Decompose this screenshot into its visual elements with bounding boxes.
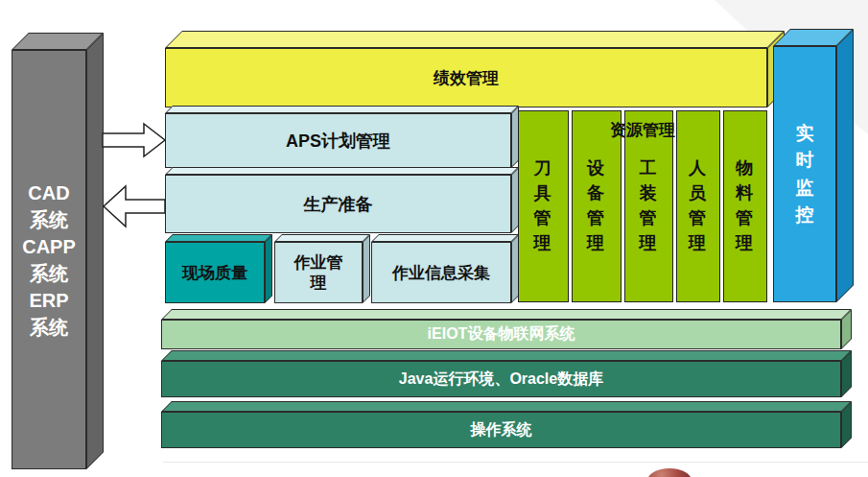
architecture-diagram: CAD 系统 CAPP 系统 ERP 系统 绩效管理 APS计划管理 生产准备 … bbox=[0, 0, 868, 477]
box-front-face: 现场质量 bbox=[165, 242, 265, 303]
box-top-face bbox=[165, 106, 519, 113]
tooling-management-label: 工装管理 bbox=[640, 155, 659, 301]
box-top-face bbox=[165, 31, 785, 48]
decorative-object bbox=[647, 468, 692, 477]
external-systems-box: CAD 系统 CAPP 系统 ERP 系统 bbox=[12, 50, 86, 469]
bottom-divider-line bbox=[163, 462, 868, 463]
box-front-face: 作业信息采集 bbox=[371, 242, 511, 303]
aps-planning-label: APS计划管理 bbox=[286, 130, 390, 153]
iot-system-bar: iEIOT设备物联网系统 bbox=[161, 320, 841, 349]
production-preparation-label: 生产准备 bbox=[304, 193, 373, 216]
box-side-face bbox=[836, 29, 854, 302]
material-management-label: 物料管理 bbox=[736, 155, 755, 301]
runtime-database-bar: Java运行环境、Oracle数据库 bbox=[161, 361, 841, 397]
box-front-face: 操作系统 bbox=[161, 412, 841, 448]
runtime-database-label: Java运行环境、Oracle数据库 bbox=[399, 370, 603, 390]
box-side-face bbox=[363, 234, 370, 303]
box-top-face bbox=[165, 167, 519, 175]
box-front-face: CAD 系统 CAPP 系统 ERP 系统 bbox=[12, 50, 86, 469]
operating-system-label: 操作系统 bbox=[471, 420, 532, 441]
performance-management-box: 绩效管理 bbox=[165, 48, 767, 107]
performance-management-label: 绩效管理 bbox=[434, 67, 499, 89]
aps-planning-box: APS计划管理 bbox=[165, 113, 511, 168]
job-info-collection-box: 作业信息采集 bbox=[371, 242, 511, 303]
box-front-face: 作业管理 bbox=[274, 242, 363, 303]
job-management-label: 作业管理 bbox=[292, 252, 345, 294]
box-front-face: 实时监控 bbox=[773, 46, 836, 302]
job-management-box: 作业管理 bbox=[274, 242, 363, 303]
arrow-left-icon bbox=[104, 186, 165, 227]
box-top-face bbox=[371, 234, 519, 242]
personnel-management-label: 人员管理 bbox=[689, 155, 708, 301]
iot-system-label: iEIOT设备物联网系统 bbox=[428, 324, 575, 345]
tool-management-label: 刀具管理 bbox=[534, 155, 553, 301]
realtime-monitoring-box: 实时监控 bbox=[773, 46, 836, 302]
box-top-face bbox=[161, 401, 852, 412]
site-quality-label: 现场质量 bbox=[182, 262, 247, 284]
resource-management-header: 资源管理 bbox=[518, 119, 767, 141]
box-top-face bbox=[165, 234, 272, 242]
equipment-management-label: 设备管理 bbox=[587, 155, 606, 301]
box-front-face: Java运行环境、Oracle数据库 bbox=[161, 361, 841, 397]
box-front-face: 生产准备 bbox=[165, 175, 511, 233]
box-front-face: APS计划管理 bbox=[165, 113, 511, 168]
realtime-monitoring-label: 实时监控 bbox=[794, 120, 815, 229]
production-preparation-box: 生产准备 bbox=[165, 175, 511, 233]
box-side-face bbox=[265, 234, 272, 303]
box-front-face: iEIOT设备物联网系统 bbox=[161, 320, 841, 349]
site-quality-box: 现场质量 bbox=[165, 242, 265, 303]
box-top-face bbox=[161, 350, 852, 361]
box-front-face: 绩效管理 bbox=[165, 48, 767, 107]
box-top-face bbox=[274, 234, 370, 242]
arrow-right-icon bbox=[103, 124, 165, 156]
box-top-face bbox=[161, 309, 852, 320]
operating-system-bar: 操作系统 bbox=[161, 412, 841, 448]
box-side-face bbox=[86, 33, 104, 469]
external-systems-label: CAD 系统 CAPP 系统 ERP 系统 bbox=[22, 179, 76, 341]
job-info-collection-label: 作业信息采集 bbox=[392, 262, 490, 284]
